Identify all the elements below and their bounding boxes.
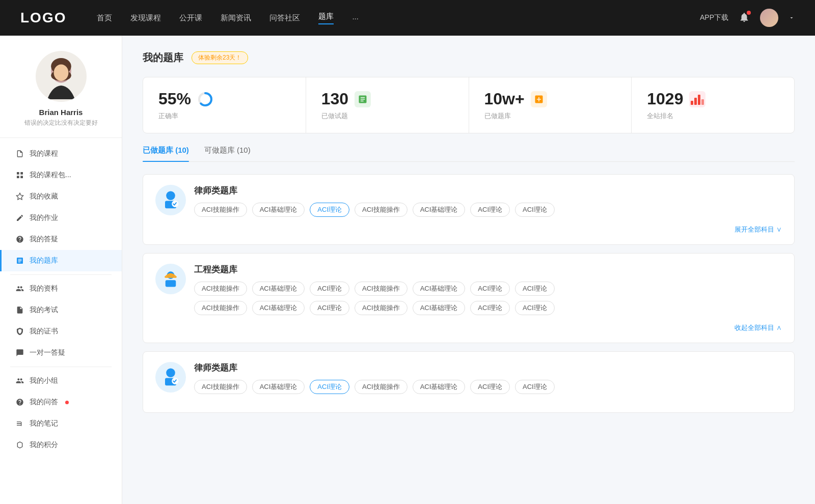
exam-label: 我的考试 [30, 305, 58, 315]
tag-3-6[interactable]: ACI理论 [515, 380, 555, 394]
tag-1-6[interactable]: ACI理论 [515, 203, 555, 217]
tag-2r2-2[interactable]: ACI理论 [310, 301, 349, 315]
tab-available-banks[interactable]: 可做题库 (10) [204, 146, 251, 161]
tag-2-5[interactable]: ACI理论 [470, 282, 510, 296]
bank-tags-2-row2: ACI技能操作 ACI基础理论 ACI理论 ACI技能操作 ACI基础理论 AC… [194, 301, 782, 315]
bank-card-3: 律师类题库 ACI技能操作 ACI基础理论 ACI理论 ACI技能操作 ACI基… [143, 351, 795, 413]
courses-icon [15, 149, 24, 158]
page-title: 我的题库 [143, 51, 183, 65]
tag-3-2[interactable]: ACI理论 [310, 380, 349, 394]
tag-2-1[interactable]: ACI基础理论 [252, 282, 305, 296]
stat-rank: 1029 全站排名 [632, 77, 794, 133]
tag-3-5[interactable]: ACI理论 [470, 380, 510, 394]
notes-icon [15, 419, 24, 428]
bank-card-1: 律师类题库 ACI技能操作 ACI基础理论 ACI理论 ACI技能操作 ACI基… [143, 174, 795, 245]
tab-done-banks[interactable]: 已做题库 (10) [143, 146, 189, 161]
tag-2r2-6[interactable]: ACI理论 [515, 301, 555, 315]
tag-2r2-3[interactable]: ACI技能操作 [355, 301, 408, 315]
accuracy-value: 55% [158, 90, 191, 108]
sidebar-item-profile[interactable]: 我的资料 [0, 278, 122, 299]
bank-tabs: 已做题库 (10) 可做题库 (10) [143, 146, 795, 162]
rank-value: 1029 [647, 90, 683, 108]
tag-1-0[interactable]: ACI技能操作 [194, 203, 247, 217]
nav-home[interactable]: 首页 [97, 13, 112, 23]
sidebar-item-qa[interactable]: 我的答疑 [0, 229, 122, 250]
tag-2r2-5[interactable]: ACI理论 [470, 301, 510, 315]
rank-icon [689, 91, 705, 107]
tag-2-3[interactable]: ACI技能操作 [355, 282, 408, 296]
myqa-icon [15, 398, 24, 407]
main-content: 我的题库 体验剩余23天！ 55% 正确率 [122, 36, 815, 504]
app-download-btn[interactable]: APP下载 [700, 13, 728, 22]
sidebar-item-myqa[interactable]: 我的问答 [0, 391, 122, 413]
rank-label: 全站排名 [647, 111, 779, 121]
tag-1-5[interactable]: ACI理论 [470, 203, 510, 217]
user-avatar[interactable] [760, 9, 778, 27]
sidebar-item-favorites[interactable]: 我的收藏 [0, 186, 122, 207]
expand-link-1[interactable]: 展开全部科目 ∨ [155, 225, 782, 234]
collapse-link-2[interactable]: 收起全部科目 ∧ [155, 323, 782, 332]
nav-questionbank[interactable]: 题库 [318, 12, 334, 24]
packages-label: 我的课程包... [30, 171, 71, 180]
tag-1-3[interactable]: ACI技能操作 [355, 203, 408, 217]
sidebar-item-certificate[interactable]: 我的证书 [0, 321, 122, 342]
bank-tags-3: ACI技能操作 ACI基础理论 ACI理论 ACI技能操作 ACI基础理论 AC… [194, 380, 782, 394]
sidebar-item-course-packages[interactable]: 我的课程包... [0, 164, 122, 186]
sidebar-item-1on1qa[interactable]: 一对一答疑 [0, 342, 122, 363]
done-banks-label: 已做题库 [484, 111, 616, 121]
avatar-dropdown-icon[interactable] [789, 15, 795, 21]
tag-2-2[interactable]: ACI理论 [310, 282, 349, 296]
notification-dot [747, 11, 751, 15]
stat-accuracy: 55% 正确率 [143, 77, 306, 133]
certificate-label: 我的证书 [30, 327, 58, 336]
svg-point-12 [166, 191, 175, 200]
tag-3-4[interactable]: ACI基础理论 [413, 380, 466, 394]
avatar-image [38, 53, 84, 99]
tag-2r2-1[interactable]: ACI基础理论 [252, 301, 305, 315]
nav-opencourse[interactable]: 公开课 [179, 13, 202, 23]
homework-label: 我的作业 [30, 213, 58, 222]
svg-rect-7 [17, 176, 19, 178]
sidebar-item-questionbank[interactable]: 我的题库 [0, 250, 122, 271]
profile-motto: 错误的决定比没有决定要好 [24, 119, 98, 127]
stat-done-questions: 130 已做试题 [306, 77, 469, 133]
lawyer-bank-icon-1 [155, 185, 186, 215]
tag-1-2[interactable]: ACI理论 [310, 203, 349, 217]
sidebar-item-points[interactable]: 我的积分 [0, 434, 122, 456]
sidebar-item-courses[interactable]: 我的课程 [0, 143, 122, 164]
tag-3-0[interactable]: ACI技能操作 [194, 380, 247, 394]
svg-rect-16 [166, 280, 176, 287]
sidebar-item-notes[interactable]: 我的笔记 [0, 413, 122, 434]
tag-2-4[interactable]: ACI基础理论 [413, 282, 466, 296]
nav-qa[interactable]: 问答社区 [269, 13, 300, 23]
sidebar-item-exam[interactable]: 我的考试 [0, 299, 122, 321]
svg-point-4 [53, 65, 68, 81]
bank-tags-1: ACI技能操作 ACI基础理论 ACI理论 ACI技能操作 ACI基础理论 AC… [194, 203, 782, 217]
sidebar-item-homework[interactable]: 我的作业 [0, 207, 122, 229]
sidebar-item-groups[interactable]: 我的小组 [0, 370, 122, 391]
nav-more[interactable]: ··· [352, 14, 359, 22]
tag-3-1[interactable]: ACI基础理论 [252, 380, 305, 394]
packages-icon [15, 171, 24, 180]
groups-icon [15, 376, 24, 385]
profile-avatar [36, 51, 87, 102]
sidebar: Brian Harris 错误的决定比没有决定要好 我的课程 我的课程包... [0, 36, 122, 504]
tag-1-1[interactable]: ACI基础理论 [252, 203, 305, 217]
tag-2-6[interactable]: ACI理论 [515, 282, 555, 296]
profile-name: Brian Harris [39, 108, 83, 117]
main-wrapper: Brian Harris 错误的决定比没有决定要好 我的课程 我的课程包... [0, 36, 815, 504]
svg-rect-5 [17, 172, 19, 175]
tag-3-3[interactable]: ACI技能操作 [355, 380, 408, 394]
tag-2-0[interactable]: ACI技能操作 [194, 282, 247, 296]
bank-card-2: 工程类题库 ACI技能操作 ACI基础理论 ACI理论 ACI技能操作 ACI基… [143, 253, 795, 343]
qa-icon [15, 235, 24, 244]
nav-news[interactable]: 新闻资讯 [221, 13, 251, 23]
sidebar-menu: 我的课程 我的课程包... 我的收藏 我的作业 [0, 143, 122, 456]
svg-marker-9 [16, 193, 23, 200]
tag-2r2-4[interactable]: ACI基础理论 [413, 301, 466, 315]
certificate-icon [15, 327, 24, 336]
tag-1-4[interactable]: ACI基础理论 [413, 203, 466, 217]
notification-bell[interactable] [739, 12, 750, 24]
tag-2r2-0[interactable]: ACI技能操作 [194, 301, 247, 315]
nav-discover[interactable]: 发现课程 [130, 13, 161, 23]
